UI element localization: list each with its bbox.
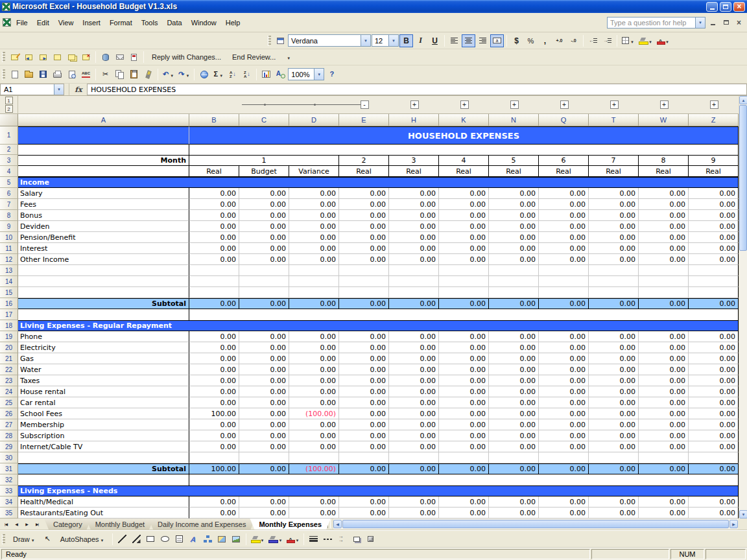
toolbar-grip[interactable] (2, 52, 5, 62)
cell-E8[interactable]: 0.00 (339, 210, 389, 221)
cell-T29[interactable]: 0.00 (589, 441, 639, 452)
cell-Q24[interactable]: 0.00 (539, 386, 589, 397)
row-header-20[interactable]: 20 (0, 342, 18, 353)
cell-D28[interactable]: 0.00 (289, 430, 339, 441)
row-label-cell[interactable]: Subtotal (18, 298, 189, 309)
align-left-button[interactable] (447, 34, 461, 47)
name-box[interactable]: A1 (0, 84, 64, 95)
cell-E23[interactable]: 0.00 (339, 375, 389, 386)
row-header-26[interactable]: 26 (0, 408, 18, 419)
cell-D9[interactable]: 0.00 (289, 221, 339, 232)
last-sheet-button[interactable] (32, 519, 42, 530)
formula-input[interactable]: HOUSEHOLD EXPENSES (87, 84, 747, 95)
increase-indent-button[interactable]: → (600, 34, 614, 47)
row-header-15[interactable]: 15 (0, 287, 18, 298)
column-subheader[interactable]: Real (589, 166, 639, 177)
sort-descending-button[interactable]: ZA↓ (240, 68, 254, 81)
cell-Z23[interactable]: 0.00 (689, 375, 739, 386)
cell-D22[interactable]: 0.00 (289, 364, 339, 375)
menu-data[interactable]: Data (162, 16, 186, 29)
month-cell[interactable]: 7 (589, 155, 639, 166)
toolbar-grip[interactable] (2, 534, 5, 544)
row-label-cell[interactable]: Car rental (18, 397, 189, 408)
minimize-button[interactable] (706, 2, 718, 12)
outline-level-1-button[interactable]: 1 (5, 97, 13, 104)
cell-W24[interactable]: 0.00 (639, 386, 689, 397)
expand-group-button[interactable]: + (610, 100, 619, 109)
cell-Q19[interactable]: 0.00 (539, 331, 589, 342)
column-header-T[interactable]: T (589, 114, 639, 126)
undo-button[interactable]: ↶ (161, 68, 176, 81)
cell-A1[interactable] (18, 126, 189, 145)
cell-T12[interactable]: 0.00 (589, 254, 639, 265)
expand-group-button[interactable]: + (660, 100, 669, 109)
vertical-scroll-track[interactable] (739, 104, 747, 510)
workbook-close-button[interactable] (733, 18, 744, 27)
cell-K23[interactable]: 0.00 (439, 375, 489, 386)
cell-K11[interactable]: 0.00 (439, 243, 489, 254)
cell-N34[interactable]: 0.00 (489, 496, 539, 508)
cell-T15[interactable] (589, 287, 639, 298)
cell-C35[interactable]: 0.00 (239, 508, 289, 519)
cell-N27[interactable]: 0.00 (489, 419, 539, 430)
cell-Z28[interactable]: 0.00 (689, 430, 739, 441)
cell-D8[interactable]: 0.00 (289, 210, 339, 221)
cell-C25[interactable]: 0.00 (239, 397, 289, 408)
cell-D34[interactable]: 0.00 (289, 496, 339, 508)
cell-H30[interactable] (389, 452, 439, 463)
line-style-button[interactable] (307, 533, 320, 546)
cell-W23[interactable]: 0.00 (639, 375, 689, 386)
cell-Z9[interactable]: 0.00 (689, 221, 739, 232)
decrease-indent-button[interactable]: ← (586, 34, 600, 47)
cell-W6[interactable]: 0.00 (639, 188, 689, 199)
cell-D15[interactable] (289, 287, 339, 298)
row-header-31[interactable]: 31 (0, 463, 18, 474)
menu-insert[interactable]: Insert (78, 16, 105, 29)
cell-Z26[interactable]: 0.00 (689, 408, 739, 419)
cell-N25[interactable]: 0.00 (489, 397, 539, 408)
cell-Q30[interactable] (539, 452, 589, 463)
open-button[interactable] (22, 68, 36, 81)
cell-E15[interactable] (339, 287, 389, 298)
cell-B20[interactable]: 0.00 (189, 342, 239, 353)
cell-Q21[interactable]: 0.00 (539, 353, 589, 364)
cell-W21[interactable]: 0.00 (639, 353, 689, 364)
row-label-cell[interactable]: Other Income (18, 254, 189, 265)
cell-B12[interactable]: 0.00 (189, 254, 239, 265)
column-header-A[interactable]: A (18, 114, 189, 126)
row-label-cell[interactable]: Subtotal (18, 463, 189, 474)
cell-Z6[interactable]: 0.00 (689, 188, 739, 199)
row-label-cell[interactable]: School Fees (18, 408, 189, 419)
cell-W16[interactable]: 0.00 (639, 298, 689, 309)
cell-Q11[interactable]: 0.00 (539, 243, 589, 254)
cell-B11[interactable]: 0.00 (189, 243, 239, 254)
cell-C28[interactable]: 0.00 (239, 430, 289, 441)
row-header-13[interactable]: 13 (0, 265, 18, 276)
cell-K31[interactable]: 0.00 (439, 463, 489, 474)
cell-W8[interactable]: 0.00 (639, 210, 689, 221)
format-painter-button[interactable] (141, 68, 155, 81)
cell-K8[interactable]: 0.00 (439, 210, 489, 221)
cell-K16[interactable]: 0.00 (439, 298, 489, 309)
column-subheader[interactable]: Variance (289, 166, 339, 177)
month-cell[interactable]: 4 (439, 155, 489, 166)
cell-B8[interactable]: 0.00 (189, 210, 239, 221)
row-label-cell[interactable]: Interest (18, 243, 189, 254)
menu-file[interactable]: File (12, 16, 32, 29)
column-subheader[interactable]: Real (639, 166, 689, 177)
cell-B22[interactable]: 0.00 (189, 364, 239, 375)
cell-K24[interactable]: 0.00 (439, 386, 489, 397)
cell-N20[interactable]: 0.00 (489, 342, 539, 353)
vertical-scroll-thumb[interactable] (739, 105, 747, 251)
row-label-cell[interactable]: House rental (18, 386, 189, 397)
cell-B10[interactable]: 0.00 (189, 232, 239, 243)
month-cell[interactable]: 8 (639, 155, 689, 166)
cell-Z35[interactable]: 0.00 (689, 508, 739, 519)
cell-C16[interactable]: 0.00 (239, 298, 289, 309)
row-header-3[interactable]: 3 (0, 155, 18, 166)
cell-T14[interactable] (589, 276, 639, 287)
column-subheader[interactable]: Real (339, 166, 389, 177)
cell-N11[interactable]: 0.00 (489, 243, 539, 254)
column-header-C[interactable]: C (239, 114, 289, 126)
cell-Z15[interactable] (689, 287, 739, 298)
